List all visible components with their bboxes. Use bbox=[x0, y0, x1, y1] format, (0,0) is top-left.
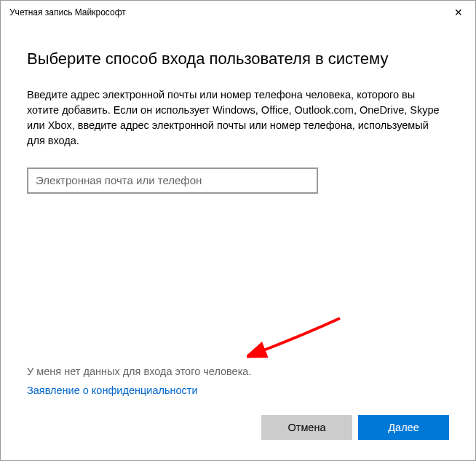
description-text: Введите адрес электронной почты или номе… bbox=[27, 87, 449, 149]
window-title: Учетная запись Майкрософт bbox=[9, 7, 126, 17]
dialog-content: Выберите способ входа пользователя в сис… bbox=[1, 24, 475, 415]
close-button[interactable]: ✕ bbox=[442, 1, 475, 24]
button-row: Отмена Далее bbox=[1, 415, 475, 460]
privacy-statement-link[interactable]: Заявление о конфиденциальности bbox=[27, 385, 449, 396]
close-icon: ✕ bbox=[454, 7, 463, 18]
no-signin-info-link[interactable]: У меня нет данных для входа этого челове… bbox=[27, 366, 449, 377]
page-heading: Выберите способ входа пользователя в сис… bbox=[27, 49, 449, 70]
spacer bbox=[27, 194, 449, 366]
dialog-window: Учетная запись Майкрософт ✕ Выберите спо… bbox=[0, 0, 476, 461]
titlebar: Учетная запись Майкрософт ✕ bbox=[1, 1, 475, 24]
email-phone-input[interactable] bbox=[27, 168, 318, 194]
next-button[interactable]: Далее bbox=[358, 415, 449, 440]
cancel-button[interactable]: Отмена bbox=[261, 415, 352, 440]
